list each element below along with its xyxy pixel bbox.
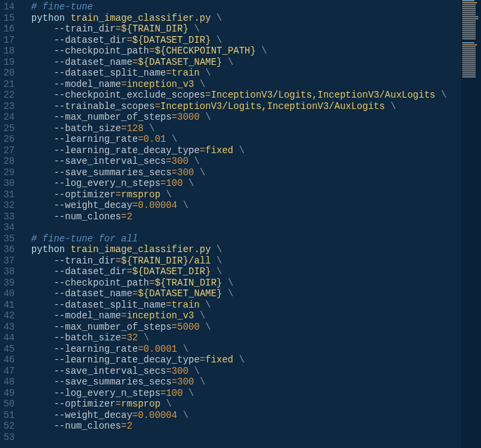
token-value: train: [172, 68, 200, 78]
token-flag: --weight_decay: [53, 200, 132, 211]
token-varbrace: ${: [138, 288, 149, 299]
code-line[interactable]: --save_summaries_secs=300 \: [20, 376, 461, 388]
token-cont: \: [200, 79, 205, 90]
token-cont: \: [261, 45, 267, 56]
token-equals: =: [172, 112, 177, 122]
code-line[interactable]: --log_every_n_steps=100 \: [20, 388, 461, 399]
minimap-line: [462, 2, 477, 3]
minimap-line: [462, 0, 474, 1]
line-number: 45: [3, 344, 15, 355]
token-cont: \: [166, 189, 171, 200]
token-number: 2: [127, 211, 132, 222]
code-line[interactable]: --dataset_split_name=train \: [20, 300, 461, 311]
line-number: 17: [3, 35, 15, 46]
token-equals: =: [121, 211, 126, 222]
minimap-line: [462, 16, 478, 17]
code-line[interactable]: --trainable_scopes=InceptionV3/Logits,In…: [20, 101, 461, 112]
minimap-line: [462, 10, 476, 11]
code-line[interactable]: --dataset_dir=${DATASET_DIR} \: [20, 266, 461, 277]
token-cont: \: [194, 366, 199, 376]
token-varbrace: }: [251, 45, 256, 56]
line-number: 30: [3, 178, 15, 189]
code-editor[interactable]: 1415161718192021222324252627282930313233…: [0, 0, 461, 448]
minimap-line: [462, 74, 476, 76]
line-number: 20: [3, 68, 15, 79]
code-line[interactable]: --optimizer=rmsprop \: [20, 189, 461, 201]
minimap-line: [462, 58, 476, 60]
code-line[interactable]: [20, 432, 461, 443]
token-varbrace: }: [216, 57, 222, 68]
code-line[interactable]: [20, 222, 461, 233]
code-line[interactable]: --dataset_split_name=train \: [20, 68, 461, 79]
code-line[interactable]: --save_interval_secs=300 \: [20, 156, 461, 167]
line-number: 38: [3, 266, 15, 277]
line-number: 15: [3, 13, 15, 24]
token-cont: \: [205, 112, 210, 122]
code-line[interactable]: --dataset_name=${DATASET_NAME} \: [20, 288, 461, 300]
token-equals: =: [166, 300, 171, 310]
minimap-line: [462, 78, 481, 80]
line-number: 19: [3, 57, 15, 68]
minimap-line: [462, 54, 476, 55]
code-line[interactable]: --num_clones=2: [20, 421, 461, 432]
token-value: rmsprop: [121, 189, 160, 200]
token-equals: =: [127, 35, 132, 45]
token-flag: --learning_rate: [53, 344, 138, 354]
token-cont: \: [216, 266, 222, 277]
code-line[interactable]: --save_summaries_secs=300 \: [20, 167, 461, 179]
code-line[interactable]: --learning_rate_decay_type=fixed \: [20, 145, 461, 156]
code-line[interactable]: --model_name=inception_v3 \: [20, 310, 461, 322]
line-number: 40: [3, 288, 15, 300]
code-line[interactable]: python train_image_classifier.py \: [20, 244, 461, 255]
code-line[interactable]: --max_number_of_steps=3000 \: [20, 112, 461, 123]
code-line[interactable]: --dataset_dir=${DATASET_DIR} \: [20, 35, 461, 46]
code-line[interactable]: # fine-tune: [20, 1, 461, 13]
code-line[interactable]: --train_dir=${TRAIN_DIR} \: [20, 23, 461, 35]
token-flag: --trainable_scopes: [53, 101, 154, 112]
token-flag: --train_dir: [53, 23, 115, 34]
token-equals: =: [121, 79, 126, 90]
code-line[interactable]: --num_clones=2: [20, 211, 461, 223]
code-line[interactable]: --model_name=inception_v3 \: [20, 79, 461, 90]
line-number: 18: [3, 45, 15, 57]
code-line[interactable]: --weight_decay=0.00004 \: [20, 410, 461, 421]
token-varbrace: ${: [121, 255, 132, 266]
line-number: 21: [3, 79, 15, 90]
token-flag: --max_number_of_steps: [53, 322, 171, 332]
code-line[interactable]: --batch_size=128 \: [20, 123, 461, 134]
code-area[interactable]: # fine-tune python train_image_classifie…: [20, 0, 461, 448]
code-line[interactable]: --learning_rate=0.01 \: [20, 134, 461, 145]
minimap-line: [462, 56, 476, 58]
token-flag: --save_summaries_secs: [53, 167, 171, 178]
code-line[interactable]: --max_number_of_steps=5000 \: [20, 322, 461, 333]
code-line[interactable]: --learning_rate=0.0001 \: [20, 344, 461, 355]
code-line[interactable]: --dataset_name=${DATASET_NAME} \: [20, 57, 461, 68]
code-line[interactable]: --log_every_n_steps=100 \: [20, 178, 461, 189]
code-line[interactable]: --train_dir=${TRAIN_DIR}/all \: [20, 255, 461, 267]
line-number: 22: [3, 90, 15, 101]
code-line[interactable]: --save_interval_secs=300 \: [20, 366, 461, 377]
line-number: 49: [3, 388, 15, 399]
minimap[interactable]: [461, 0, 481, 448]
token-flag: --batch_size: [53, 332, 121, 343]
code-line[interactable]: --learning_rate_decay_type=fixed \: [20, 354, 461, 366]
line-number: 14: [3, 1, 15, 13]
token-varname: DATASET_NAME: [149, 57, 216, 68]
code-line[interactable]: # fine-tune for all: [20, 233, 461, 245]
token-number: 2: [127, 421, 132, 431]
code-line[interactable]: --weight_decay=0.00004 \: [20, 200, 461, 211]
code-line[interactable]: --optimizer=rmsprop \: [20, 399, 461, 410]
token-varname: CHECKPOINT_PATH: [166, 45, 250, 56]
line-number: 50: [3, 399, 15, 410]
minimap-line: [462, 36, 476, 37]
code-line[interactable]: --checkpoint_path=${CHECKPOINT_PATH} \: [20, 45, 461, 57]
token-number: 32: [127, 332, 138, 343]
code-line[interactable]: --checkpoint_exclude_scopes=InceptionV3/…: [20, 90, 461, 101]
code-line[interactable]: python train_image_classifier.py \: [20, 13, 461, 24]
code-line[interactable]: --batch_size=32 \: [20, 332, 461, 344]
token-equals: =: [155, 101, 160, 112]
code-line[interactable]: --checkpoint_path=${TRAIN_DIR} \: [20, 277, 461, 289]
line-number: 32: [3, 200, 15, 211]
token-script: train_image_classifier.py: [71, 13, 211, 23]
token-equals: =: [166, 366, 171, 376]
